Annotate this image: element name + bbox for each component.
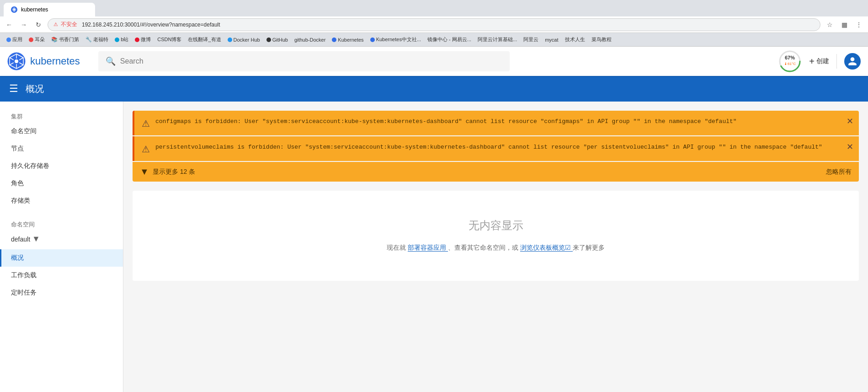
sidebar-item-roles[interactable]: 角色 (0, 175, 123, 192)
security-icon: ⚠ (53, 21, 58, 27)
sidebar-item-overview[interactable]: 概况 (0, 249, 123, 267)
namespace-section: 命名空间 default ▼ (0, 217, 123, 249)
bookmark-github[interactable]: GitHub (264, 36, 291, 43)
cpu-gauge-svg: 67% 🌡61°C (778, 49, 802, 73)
bookmark-csdn[interactable]: CSDN博客 (154, 35, 184, 44)
sidebar-item-pv[interactable]: 持久化存储卷 (0, 157, 123, 175)
create-button[interactable]: + 创建 (809, 56, 829, 67)
expand-icon: ▼ (140, 166, 149, 177)
address-bar[interactable]: ⚠ 不安全 192.168.245.210:30001/#!/overview?… (48, 18, 820, 31)
warning-icon-1: ⚠ (142, 118, 150, 129)
bookmark-weibo[interactable]: 微博 (132, 35, 154, 44)
bookmark-laofute[interactable]: 🔧 老福特 (83, 35, 111, 44)
warning-banner-2: ⚠ persistentvolumeclaims is forbidden: U… (133, 136, 859, 161)
cpu-gauge: 67% 🌡61°C (778, 49, 802, 73)
bookmark-youdao[interactable]: 在线翻译_有道 (185, 35, 224, 44)
warning-icon-2: ⚠ (142, 144, 150, 155)
sidebar: 集群 命名空间 节点 持久化存储卷 角色 存储类 命名空间 default ▼ … (0, 102, 123, 392)
header-right: 67% 🌡61°C + 创建 (778, 49, 861, 73)
warning-text-1: configmaps is forbidden: User "system:se… (155, 117, 852, 126)
menu-button[interactable]: ⋮ (853, 19, 864, 30)
search-input[interactable] (120, 57, 502, 65)
hamburger-menu-icon[interactable]: ☰ (9, 83, 18, 95)
svg-text:🌡61°C: 🌡61°C (784, 62, 796, 66)
page-title: 概况 (26, 83, 44, 95)
expand-more-label: 显示更多 12 条 (153, 168, 195, 176)
logo-text: kubernetes (30, 55, 80, 67)
browser-chrome: kubernetes ← → ↻ ⚠ 不安全 192.168.245.210:3… (0, 0, 868, 47)
bookmark-mycat[interactable]: mycat (542, 36, 561, 43)
bookmark-techlife[interactable]: 技术人生 (562, 35, 588, 44)
url-text: 192.168.245.210:30001/#!/overview?namesp… (82, 21, 220, 28)
namespace-select[interactable]: default ▼ (11, 232, 112, 246)
bookmark-erduozi[interactable]: 耳朵 (26, 35, 48, 44)
warning-close-2[interactable]: ✕ (847, 142, 853, 152)
browse-dashboard-link[interactable]: 浏览仪表板概览☑ (520, 244, 573, 252)
sidebar-divider-1 (0, 209, 123, 217)
header-divider (836, 54, 837, 69)
ignore-all-button[interactable]: 忽略所有 (826, 168, 852, 176)
search-bar[interactable]: 🔍 (98, 51, 510, 71)
user-avatar[interactable] (844, 53, 861, 70)
bookmark-github-docker[interactable]: github-Docker (292, 36, 328, 43)
expand-more-button[interactable]: ▼ 显示更多 12 条 (140, 166, 195, 177)
empty-state: 无内容显示 现在就 部署容器应用 、查看其它命名空间，或 浏览仪表板概览☑ 来了… (133, 191, 859, 281)
kubernetes-logo-icon (7, 52, 26, 70)
add-icon: + (809, 56, 815, 67)
extensions-button[interactable]: ▦ (839, 19, 850, 30)
back-button[interactable]: ← (4, 19, 15, 30)
sidebar-item-workloads[interactable]: 工作负载 (0, 267, 123, 284)
active-tab[interactable]: kubernetes (4, 3, 95, 16)
namespace-value: default (11, 236, 30, 243)
empty-state-description: 现在就 部署容器应用 、查看其它命名空间，或 浏览仪表板概览☑ 来了解更多 (142, 242, 850, 253)
search-icon: 🔍 (106, 56, 116, 66)
bookmark-apps[interactable]: 应用 (4, 35, 25, 44)
reload-button[interactable]: ↻ (33, 19, 44, 30)
bookmark-runoob[interactable]: 菜鸟教程 (589, 35, 614, 44)
sidebar-item-storageclasses[interactable]: 存储类 (0, 192, 123, 209)
bookmark-kubernetes[interactable]: Kubernetes (329, 36, 366, 43)
empty-desc-mid: 、查看其它命名空间，或 (448, 244, 518, 251)
svg-text:67%: 67% (785, 55, 795, 60)
forward-button[interactable]: → (18, 19, 29, 30)
empty-state-title: 无内容显示 (142, 218, 850, 233)
deploy-app-link[interactable]: 部署容器应用 (408, 244, 448, 252)
tab-title: kubernetes (21, 6, 48, 13)
browser-tabs: kubernetes (0, 0, 868, 16)
app-logo[interactable]: kubernetes (7, 52, 80, 70)
bookmark-bilibili[interactable]: b站 (112, 35, 131, 44)
bookmark-aliyun[interactable]: 阿里云 (521, 35, 541, 44)
empty-desc-prefix: 现在就 (387, 244, 406, 251)
empty-desc-suffix: 来了解更多 (573, 244, 605, 251)
bookmarks-bar: 应用 耳朵 📚 书香门第 🔧 老福特 b站 微博 CSDN博客 在线翻译_有道 … (0, 33, 868, 47)
cluster-section-label: 集群 (0, 109, 123, 123)
bookmark-dockerhub[interactable]: Docker Hub (225, 36, 263, 43)
main-layout: 集群 命名空间 节点 持久化存储卷 角色 存储类 命名空间 default ▼ … (0, 102, 868, 392)
bookmark-star-button[interactable]: ☆ (824, 19, 835, 30)
bookmark-netease[interactable]: 镜像中心 - 网易云... (425, 35, 474, 44)
address-bar-row: ← → ↻ ⚠ 不安全 192.168.245.210:30001/#!/ove… (0, 16, 868, 33)
warning-text-2: persistentvolumeclaims is forbidden: Use… (155, 143, 852, 152)
svg-point-7 (15, 59, 18, 63)
app-header: kubernetes 🔍 67% 🌡61°C + 创建 (0, 47, 868, 76)
sidebar-item-cron[interactable]: 定时任务 (0, 284, 123, 301)
security-label: 不安全 (61, 21, 77, 28)
page-title-bar: ☰ 概况 (0, 76, 868, 102)
namespace-dropdown-icon: ▼ (32, 234, 40, 244)
sidebar-item-namespace[interactable]: 命名空间 (0, 123, 123, 140)
sidebar-item-nodes[interactable]: 节点 (0, 140, 123, 157)
namespace-section-label: 命名空间 (11, 220, 112, 229)
content-area: ⚠ configmaps is forbidden: User "system:… (123, 102, 868, 392)
bookmark-kubernetes-cn[interactable]: Kubernetes中文社... (367, 35, 424, 44)
warning-banner-1: ⚠ configmaps is forbidden: User "system:… (133, 111, 859, 135)
bookmark-shuxiangmendi[interactable]: 📚 书香门第 (48, 35, 82, 44)
bookmark-aliyun-infra[interactable]: 阿里云计算基础... (475, 35, 520, 44)
warning-close-1[interactable]: ✕ (847, 116, 853, 126)
expand-more-banner: ▼ 显示更多 12 条 忽略所有 (133, 162, 859, 182)
create-label: 创建 (816, 57, 829, 65)
